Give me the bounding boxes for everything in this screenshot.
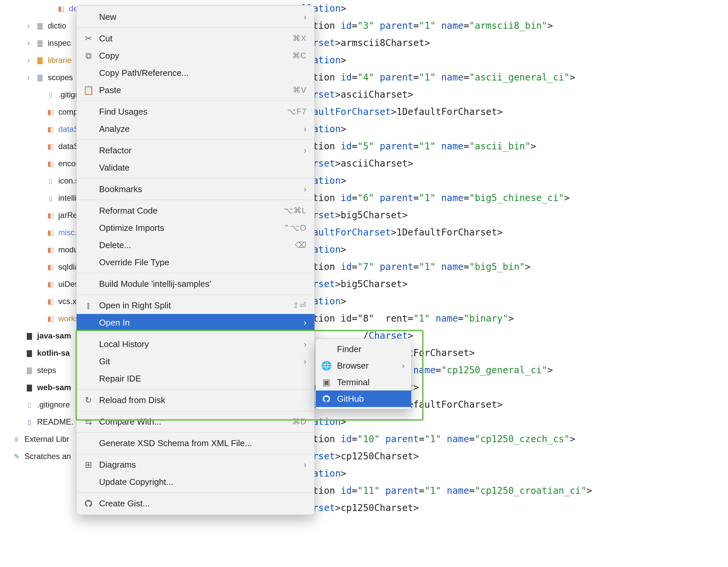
menu-icon: ↻ [84,395,93,405]
code-line: llation> [302,52,728,69]
menu-label: Open In [99,317,298,328]
menu-item-copy-path-reference[interactable]: Copy Path/Reference... [77,64,314,82]
markdown-file-icon: ▯ [25,417,34,426]
menu-label: Bookmarks [99,184,298,195]
menu-item-open-in-right-split[interactable]: ⫿Open in Right Split⇧⏎ [77,297,314,314]
menu-item-paste[interactable]: 📋Paste⌘V [77,82,314,99]
tree-row[interactable]: ▇java-sam [0,327,86,344]
tree-row[interactable]: ◧uiDesi [0,276,86,293]
tree-row[interactable]: ◧vcs.xm [0,293,86,310]
menu-item-bookmarks[interactable]: Bookmarks› [77,181,314,198]
tree-row[interactable]: ▯icon.sv [0,172,86,190]
tree-row[interactable]: ▯intellij- [0,190,86,207]
code-line: harset>big5Charset> [302,276,728,293]
submenu-item-finder[interactable]: Finder [316,341,411,357]
tree-row[interactable]: ⫼External Libr [0,430,86,448]
tree-row[interactable]: ▇steps [0,362,86,379]
submenu-label: Finder [337,344,405,354]
menu-shortcut: ⌥F7 [287,107,307,116]
tree-label: java-sam [37,331,71,340]
menu-label: New [99,12,298,22]
tree-label: inspec [48,38,71,48]
menu-item-generate-xsd-schema-from-xml-file[interactable]: Generate XSD Schema from XML File... [77,434,314,452]
menu-item-reload-from-disk[interactable]: ↻Reload from Disk [77,391,314,409]
menu-item-compare-with[interactable]: ⇆Compare With...⌘D [77,413,314,430]
tree-row[interactable]: ◧dataSo [0,138,86,155]
menu-separator [77,333,314,333]
menu-item-open-in[interactable]: Open In› [77,314,314,331]
menu-separator [77,273,314,273]
tree-row[interactable]: ›▇librarie [0,52,86,69]
tree-row[interactable]: ▯.gitignore [0,396,86,413]
submenu-item-terminal[interactable]: ▣Terminal [316,374,411,390]
tree-row[interactable]: ▯.gitigno [0,86,86,103]
menu-item-validate[interactable]: Validate [77,159,314,176]
menu-shortcut: ⌘X [293,34,307,43]
project-tree[interactable]: ◧de0›▇dictio›▇inspec›▇librarie›▇scopes▯.… [0,0,86,567]
menu-label: Delete... [99,240,289,251]
tree-row[interactable]: ▇web-sam [0,379,86,396]
tree-row[interactable]: ◧compil [0,103,86,121]
menu-label: Reload from Disk [99,395,307,405]
tree-row[interactable]: ◧encodi [0,155,86,172]
menu-item-refactor[interactable]: Refactor› [77,142,314,159]
tree-row[interactable]: ›▇dictio [0,17,86,34]
code-line: llation> [302,121,728,138]
tree-row[interactable]: ◧module [0,241,86,258]
code-line: harset>cp1250Charset> [302,499,728,517]
code-line: llation> [302,0,728,17]
tree-row[interactable]: ◧misc.x [0,224,86,241]
submenu-label: Terminal [337,377,405,387]
tree-row[interactable]: ›▇inspec [0,34,86,52]
tree-row[interactable]: ▯README. [0,413,86,430]
menu-separator [77,389,314,389]
tree-row[interactable]: ◧de0 [0,0,86,17]
xml-file-icon: ◧ [46,228,55,237]
tree-label: Scratches an [25,452,71,461]
menu-label: Cut [99,33,287,44]
code-line: efaultForCharset>1DefaultForCharset> [302,103,728,121]
tree-row[interactable]: ✎Scratches an [0,448,86,465]
submenu-arrow-icon: › [304,317,307,328]
menu-item-local-history[interactable]: Local History› [77,335,314,353]
menu-item-diagrams[interactable]: ⊞Diagrams› [77,456,314,473]
tree-row[interactable]: ›▇scopes [0,69,86,86]
file-icon: ▯ [46,176,55,186]
menu-item-optimize-imports[interactable]: Optimize Imports⌃⌥O [77,219,314,237]
submenu-item-browser[interactable]: 🌐Browser› [316,357,411,374]
menu-item-find-usages[interactable]: Find Usages⌥F7 [77,103,314,120]
menu-separator [77,28,314,28]
menu-icon: ⫿ [84,300,93,311]
code-line: lation id="5" parent="1" name="ascii_bin… [302,138,728,155]
menu-item-repair-ide[interactable]: Repair IDE [77,370,314,387]
code-line: harset>asciiCharset> [302,86,728,103]
menu-icon: ⊞ [84,460,93,470]
tree-row[interactable]: ◧dataSo [0,121,86,138]
menu-item-update-copyright[interactable]: Update Copyright... [77,473,314,490]
chevron-icon: › [25,38,32,48]
menu-item-create-gist[interactable]: Create Gist... [77,495,314,512]
menu-item-analyze[interactable]: Analyze› [77,120,314,138]
tree-row[interactable]: ◧jarRep [0,207,86,224]
tree-row[interactable]: ▇kotlin-sa [0,344,86,362]
xml-file-icon: ◧ [46,314,55,323]
tree-row[interactable]: ◧sqldial [0,258,86,276]
code-line: harset>armscii8Charset> [302,34,728,52]
menu-label: Local History [99,339,298,349]
menu-item-delete[interactable]: Delete...⌫ [77,237,314,254]
tree-row[interactable]: ◧worksp [0,310,86,327]
file-icon: ▯ [25,400,34,409]
xml-file-icon: ◧ [46,159,55,168]
menu-item-cut[interactable]: ✂Cut⌘X [77,30,314,47]
menu-item-reformat-code[interactable]: Reformat Code⌥⌘L [77,202,314,219]
menu-label: Copy Path/Reference... [99,68,307,78]
menu-item-git[interactable]: Git› [77,353,314,370]
menu-label: Override File Type [99,257,307,268]
menu-item-override-file-type[interactable]: Override File Type [77,254,314,271]
menu-item-copy[interactable]: ⧉Copy⌘C [77,47,314,64]
menu-item-new[interactable]: New› [77,8,314,26]
menu-label: Repair IDE [99,373,307,384]
menu-item-build-module-intellij-samples[interactable]: Build Module 'intellij-samples' [77,275,314,292]
submenu-item-github[interactable]: GitHub [316,390,411,407]
open-in-submenu: Finder🌐Browser›▣TerminalGitHub [315,338,412,409]
